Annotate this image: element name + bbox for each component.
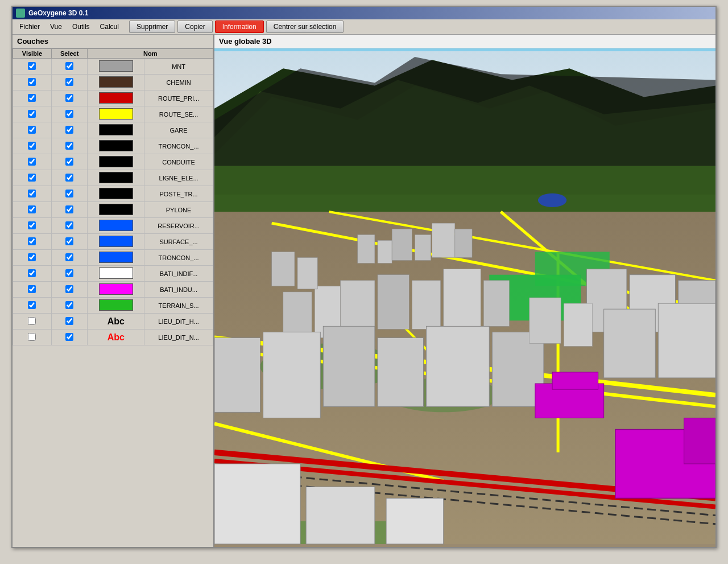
select-checkbox[interactable] — [65, 285, 73, 293]
layer-color-swatch — [99, 108, 133, 120]
layer-name-cell: LIGNE_ELE... — [144, 170, 213, 186]
btn-copier[interactable]: Copier — [177, 20, 212, 33]
menu-calcul[interactable]: Calcul — [96, 22, 123, 32]
visible-checkbox[interactable] — [28, 237, 36, 245]
select-checkbox[interactable] — [65, 237, 73, 245]
svg-rect-30 — [283, 292, 312, 338]
layer-color-swatch — [99, 188, 133, 199]
view-3d[interactable] — [214, 48, 715, 547]
layer-name-cell: ROUTE_PRI... — [144, 90, 213, 106]
svg-rect-27 — [415, 234, 431, 260]
svg-rect-47 — [658, 303, 715, 378]
menu-outils[interactable]: Outils — [68, 22, 94, 32]
select-checkbox[interactable] — [65, 110, 73, 118]
table-row: SURFACE_... — [13, 234, 213, 250]
svg-rect-57 — [297, 258, 317, 289]
svg-point-55 — [538, 194, 566, 207]
svg-rect-48 — [214, 464, 300, 544]
layers-table: Visible Select Nom MNTCHEMINROUTE_PRI...… — [13, 48, 213, 345]
select-checkbox[interactable] — [65, 126, 73, 134]
svg-rect-40 — [378, 337, 424, 406]
select-checkbox[interactable] — [65, 78, 73, 86]
select-checkbox[interactable] — [65, 269, 73, 277]
visible-checkbox[interactable] — [28, 94, 36, 102]
select-checkbox[interactable] — [65, 174, 73, 182]
svg-rect-24 — [358, 234, 375, 263]
visible-checkbox[interactable] — [28, 126, 36, 134]
visible-checkbox[interactable] — [28, 317, 36, 325]
title-bar: GeOxygene 3D 0.1 — [13, 7, 715, 19]
menu-fichier[interactable]: Fichier — [15, 22, 44, 32]
visible-checkbox[interactable] — [28, 142, 36, 150]
visible-checkbox[interactable] — [28, 269, 36, 277]
svg-rect-49 — [306, 487, 375, 544]
table-row: BATI_INDIF... — [13, 266, 213, 282]
visible-checkbox[interactable] — [28, 62, 36, 70]
table-row: BATI_INDU... — [13, 282, 213, 298]
view-title: Vue globale 3D — [214, 35, 715, 48]
layer-abc-label: Abc — [107, 316, 125, 326]
col-nom: Nom — [88, 49, 213, 59]
table-row: POSTE_TR... — [13, 186, 213, 202]
select-checkbox[interactable] — [65, 221, 73, 229]
layer-color-swatch — [99, 299, 133, 311]
svg-rect-28 — [432, 223, 455, 257]
select-checkbox[interactable] — [65, 205, 73, 213]
select-checkbox[interactable] — [65, 158, 73, 166]
layer-color-swatch — [99, 236, 133, 247]
main-content: Couches Visible Select Nom MNTCHEMINROUT… — [13, 35, 715, 547]
select-checkbox[interactable] — [65, 142, 73, 150]
layer-name-cell: LIEU_DIT_N... — [144, 330, 213, 345]
visible-checkbox[interactable] — [28, 174, 36, 182]
select-checkbox[interactable] — [65, 94, 73, 102]
visible-checkbox[interactable] — [28, 205, 36, 213]
visible-checkbox[interactable] — [28, 78, 36, 86]
svg-rect-59 — [564, 303, 592, 347]
layer-color-swatch — [99, 76, 133, 88]
svg-rect-54 — [684, 418, 715, 464]
btn-information[interactable]: Information — [215, 20, 264, 33]
layer-name-cell: LIEU_DIT_H... — [144, 314, 213, 330]
visible-checkbox[interactable] — [28, 221, 36, 229]
table-row: TERRAIN_S... — [13, 298, 213, 314]
right-panel: Vue globale 3D — [214, 35, 715, 547]
select-checkbox[interactable] — [65, 301, 73, 309]
layer-color-swatch — [99, 124, 133, 135]
layer-color-swatch — [99, 267, 133, 279]
svg-rect-33 — [378, 275, 409, 330]
visible-checkbox[interactable] — [28, 333, 36, 341]
btn-centrer[interactable]: Centrer sur sélection — [266, 20, 344, 33]
layer-color-swatch — [99, 172, 133, 183]
col-visible: Visible — [13, 49, 52, 59]
visible-checkbox[interactable] — [28, 110, 36, 118]
col-select: Select — [51, 49, 88, 59]
select-checkbox[interactable] — [65, 62, 73, 70]
table-row: CHEMIN — [13, 75, 213, 90]
table-row: ROUTE_SE... — [13, 106, 213, 122]
svg-rect-36 — [483, 281, 509, 327]
visible-checkbox[interactable] — [28, 253, 36, 261]
table-row: AbcLIEU_DIT_N... — [13, 330, 213, 345]
select-checkbox[interactable] — [65, 333, 73, 341]
svg-rect-26 — [392, 229, 412, 260]
table-row: TRONCON_... — [13, 138, 213, 154]
visible-checkbox[interactable] — [28, 158, 36, 166]
scene-background — [214, 48, 715, 547]
layer-name-cell: MNT — [144, 59, 213, 75]
visible-checkbox[interactable] — [28, 301, 36, 309]
couches-header: Couches — [13, 35, 213, 48]
visible-checkbox[interactable] — [28, 190, 36, 197]
menu-vue[interactable]: Vue — [46, 22, 67, 32]
svg-rect-38 — [263, 332, 321, 418]
svg-rect-35 — [444, 269, 481, 327]
visible-checkbox[interactable] — [28, 285, 36, 293]
svg-rect-52 — [552, 372, 598, 389]
scene-svg — [214, 48, 715, 547]
select-checkbox[interactable] — [65, 190, 73, 197]
svg-rect-41 — [427, 326, 490, 406]
btn-supprimer[interactable]: Supprimer — [129, 20, 175, 33]
svg-rect-39 — [323, 326, 375, 406]
select-checkbox[interactable] — [65, 317, 73, 325]
select-checkbox[interactable] — [65, 253, 73, 261]
layer-name-cell: TRONCON_... — [144, 250, 213, 266]
